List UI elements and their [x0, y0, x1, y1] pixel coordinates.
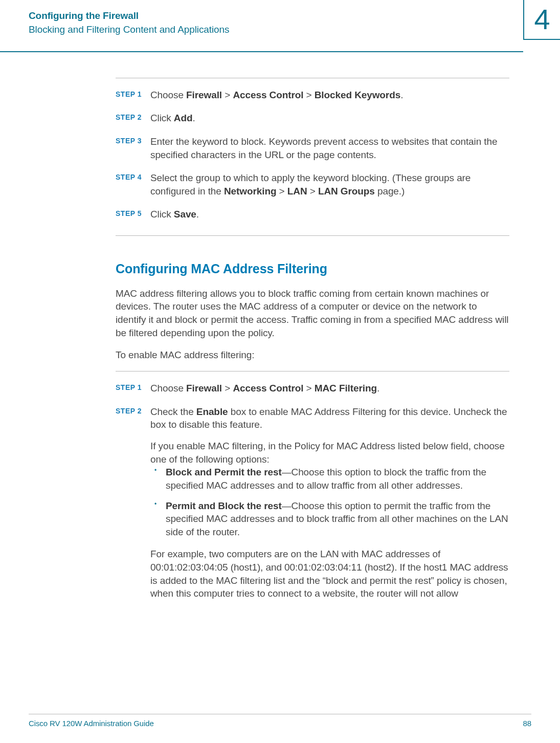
step-label: STEP 1	[116, 89, 150, 99]
header-title: Configuring the Firewall	[29, 10, 531, 22]
page-header: Configuring the Firewall Blocking and Fi…	[29, 10, 531, 42]
step-row: STEP 5Click Save.	[116, 208, 509, 221]
step-row: STEP 2Check the Enable box to enable MAC…	[116, 405, 509, 600]
step-label: STEP 4	[116, 171, 150, 182]
intro-paragraph: MAC address filtering allows you to bloc…	[116, 287, 509, 340]
step-row: STEP 1Choose Firewall > Access Control >…	[116, 382, 509, 395]
option-item: Permit and Block the rest—Choose this op…	[166, 499, 509, 539]
step-body: Enter the keyword to block. Keywords pre…	[150, 135, 509, 161]
header-subtitle: Blocking and Filtering Content and Appli…	[29, 24, 531, 36]
section-heading-mac-filtering: Configuring MAC Address Filtering	[116, 260, 509, 278]
step-row: STEP 2Click Add.	[116, 112, 509, 125]
step-body: Check the Enable box to enable MAC Addre…	[150, 405, 509, 600]
step-text: Click Add.	[150, 112, 509, 125]
step-label: STEP 3	[116, 135, 150, 146]
chapter-number: 4	[534, 5, 550, 34]
divider	[116, 78, 509, 78]
footer-guide-name: Cisco RV 120W Administration Guide	[29, 718, 154, 729]
steps-mac-filtering: STEP 1Choose Firewall > Access Control >…	[116, 382, 509, 600]
step-text: Choose Firewall > Access Control > MAC F…	[150, 382, 509, 395]
step-label: STEP 5	[116, 208, 150, 218]
section-intro: MAC address filtering allows you to bloc…	[116, 287, 509, 362]
step-text: If you enable MAC filtering, in the Poli…	[150, 440, 509, 466]
step-body: Click Add.	[150, 112, 509, 125]
step-label: STEP 2	[116, 112, 150, 122]
step-text: Choose Firewall > Access Control > Block…	[150, 89, 509, 102]
step-body: Choose Firewall > Access Control > Block…	[150, 89, 509, 102]
step-label: STEP 1	[116, 382, 150, 392]
option-item: Block and Permit the rest—Choose this op…	[166, 466, 509, 492]
page-footer: Cisco RV 120W Administration Guide 88	[29, 718, 531, 729]
intro-paragraph: To enable MAC address filtering:	[116, 348, 509, 362]
footer-rule	[29, 714, 531, 714]
step-body: Click Save.	[150, 208, 509, 221]
step-text: Select the group to which to apply the k…	[150, 171, 509, 198]
step-row: STEP 1Choose Firewall > Access Control >…	[116, 89, 509, 102]
divider	[116, 371, 509, 372]
step-row: STEP 3Enter the keyword to block. Keywor…	[116, 135, 509, 161]
step-label: STEP 2	[116, 405, 150, 416]
step-text: For example, two computers are on the LA…	[150, 548, 509, 600]
header-rule	[0, 51, 523, 52]
step-body: Choose Firewall > Access Control > MAC F…	[150, 382, 509, 395]
option-list: Block and Permit the rest—Choose this op…	[150, 466, 509, 538]
steps-blocked-keywords: STEP 1Choose Firewall > Access Control >…	[116, 89, 509, 221]
step-text: Enter the keyword to block. Keywords pre…	[150, 135, 509, 161]
footer-page-number: 88	[523, 718, 532, 729]
step-row: STEP 4Select the group to which to apply…	[116, 171, 509, 198]
step-text: Click Save.	[150, 208, 509, 221]
chapter-badge: 4	[523, 0, 560, 40]
step-text: Check the Enable box to enable MAC Addre…	[150, 405, 509, 431]
divider	[116, 235, 509, 236]
step-body: Select the group to which to apply the k…	[150, 171, 509, 198]
main-content: STEP 1Choose Firewall > Access Control >…	[116, 78, 509, 600]
page: Configuring the Firewall Blocking and Fi…	[0, 0, 560, 743]
